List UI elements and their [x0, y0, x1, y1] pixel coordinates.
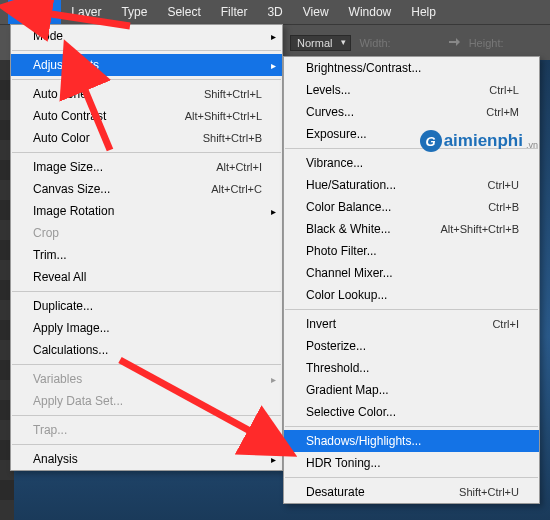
separator — [12, 79, 281, 80]
menu-item-shortcut: Ctrl+L — [489, 84, 519, 96]
menu-item[interactable]: Brightness/Contrast... — [284, 57, 539, 79]
menu-item: Variables — [11, 368, 282, 390]
menu-item-label: Adjustments — [33, 58, 262, 72]
menu-item-shortcut: Shift+Ctrl+L — [204, 88, 262, 100]
menu-item[interactable]: Calculations... — [11, 339, 282, 361]
menu-item: Crop — [11, 222, 282, 244]
menu-type[interactable]: Type — [111, 0, 157, 24]
separator — [285, 477, 538, 478]
menu-item-label: Analysis — [33, 452, 262, 466]
menu-item-label: Invert — [306, 317, 492, 331]
menu-item-shortcut: Shift+Ctrl+U — [459, 486, 519, 498]
menu-item-label: Image Rotation — [33, 204, 262, 218]
menu-image[interactable]: Image — [8, 0, 61, 24]
menu-item[interactable]: Curves...Ctrl+M — [284, 101, 539, 123]
menu-item-label: Levels... — [306, 83, 489, 97]
menu-item-shortcut: Ctrl+U — [488, 179, 519, 191]
menu-item[interactable]: Vibrance... — [284, 152, 539, 174]
menu-item-shortcut: Ctrl+M — [486, 106, 519, 118]
menu-item-label: Canvas Size... — [33, 182, 211, 196]
menu-item[interactable]: Trim... — [11, 244, 282, 266]
menu-item[interactable]: Duplicate... — [11, 295, 282, 317]
menu-item: Apply Data Set... — [11, 390, 282, 412]
menu-help[interactable]: Help — [401, 0, 446, 24]
separator — [285, 309, 538, 310]
menu-item-label: Crop — [33, 226, 262, 240]
image-menu: ModeAdjustmentsAuto ToneShift+Ctrl+LAuto… — [10, 24, 283, 471]
menu-item[interactable]: InvertCtrl+I — [284, 313, 539, 335]
menu-item[interactable]: Gradient Map... — [284, 379, 539, 401]
menu-3d[interactable]: 3D — [257, 0, 292, 24]
watermark-icon: G — [420, 130, 442, 152]
menu-item-shortcut: Alt+Ctrl+I — [216, 161, 262, 173]
menu-item[interactable]: Apply Image... — [11, 317, 282, 339]
menu-item-label: Channel Mixer... — [306, 266, 519, 280]
swap-icon[interactable] — [447, 36, 461, 50]
blend-mode-select[interactable]: Normal — [290, 35, 351, 51]
watermark: G aimienphi .vn — [420, 130, 538, 152]
menu-item-label: Auto Color — [33, 131, 203, 145]
menu-item-label: Brightness/Contrast... — [306, 61, 519, 75]
menu-item-shortcut: Shift+Ctrl+B — [203, 132, 262, 144]
separator — [12, 364, 281, 365]
menu-select[interactable]: Select — [157, 0, 210, 24]
menu-item-label: Vibrance... — [306, 156, 519, 170]
menu-item-label: Gradient Map... — [306, 383, 519, 397]
menu-item-label: Desaturate — [306, 485, 459, 499]
menu-item-label: Color Balance... — [306, 200, 488, 214]
menu-item-shortcut: Alt+Shift+Ctrl+L — [185, 110, 262, 122]
menu-item-label: Auto Contrast — [33, 109, 185, 123]
menu-item[interactable]: Image Rotation — [11, 200, 282, 222]
menu-item-label: Apply Image... — [33, 321, 262, 335]
menu-item-label: Threshold... — [306, 361, 519, 375]
menu-item-label: Apply Data Set... — [33, 394, 262, 408]
menu-item-label: Duplicate... — [33, 299, 262, 313]
menu-item-label: Auto Tone — [33, 87, 204, 101]
menu-view[interactable]: View — [293, 0, 339, 24]
separator — [12, 291, 281, 292]
menu-item[interactable]: Hue/Saturation...Ctrl+U — [284, 174, 539, 196]
menu-item-shortcut: Ctrl+B — [488, 201, 519, 213]
menu-item-label: Photo Filter... — [306, 244, 519, 258]
menu-item[interactable]: DesaturateShift+Ctrl+U — [284, 481, 539, 503]
menu-item-label: Calculations... — [33, 343, 262, 357]
menu-item[interactable]: Color Lookup... — [284, 284, 539, 306]
menu-item[interactable]: Auto ToneShift+Ctrl+L — [11, 83, 282, 105]
menu-item[interactable]: Shadows/Highlights... — [284, 430, 539, 452]
menu-item-label: Trim... — [33, 248, 262, 262]
menu-item[interactable]: HDR Toning... — [284, 452, 539, 474]
menu-item-label: Black & White... — [306, 222, 440, 236]
menu-item[interactable]: Posterize... — [284, 335, 539, 357]
menu-item-label: HDR Toning... — [306, 456, 519, 470]
adjustments-submenu: Brightness/Contrast...Levels...Ctrl+LCur… — [283, 56, 540, 504]
menu-item-label: Hue/Saturation... — [306, 178, 488, 192]
menu-window[interactable]: Window — [339, 0, 402, 24]
menu-item[interactable]: Color Balance...Ctrl+B — [284, 196, 539, 218]
menu-item[interactable]: Reveal All — [11, 266, 282, 288]
menu-item[interactable]: Levels...Ctrl+L — [284, 79, 539, 101]
menu-item[interactable]: Mode — [11, 25, 282, 47]
menu-item-shortcut: Alt+Ctrl+C — [211, 183, 262, 195]
menu-item[interactable]: Threshold... — [284, 357, 539, 379]
menu-item[interactable]: Photo Filter... — [284, 240, 539, 262]
top-menubar: ImageLayerTypeSelectFilter3DViewWindowHe… — [0, 0, 550, 24]
menu-item-label: Trap... — [33, 423, 262, 437]
separator — [12, 444, 281, 445]
menu-item-label: Reveal All — [33, 270, 262, 284]
menu-item[interactable]: Channel Mixer... — [284, 262, 539, 284]
menu-filter[interactable]: Filter — [211, 0, 258, 24]
separator — [12, 50, 281, 51]
menu-item[interactable]: Selective Color... — [284, 401, 539, 423]
menu-item-shortcut: Ctrl+I — [492, 318, 519, 330]
menu-layer[interactable]: Layer — [61, 0, 111, 24]
menu-item[interactable]: Adjustments — [11, 54, 282, 76]
menu-item[interactable]: Black & White...Alt+Shift+Ctrl+B — [284, 218, 539, 240]
menu-item[interactable]: Auto ContrastAlt+Shift+Ctrl+L — [11, 105, 282, 127]
menu-item[interactable]: Auto ColorShift+Ctrl+B — [11, 127, 282, 149]
menu-item[interactable]: Canvas Size...Alt+Ctrl+C — [11, 178, 282, 200]
menu-item: Trap... — [11, 419, 282, 441]
menu-item[interactable]: Analysis — [11, 448, 282, 470]
menu-item-label: Mode — [33, 29, 262, 43]
menu-item[interactable]: Image Size...Alt+Ctrl+I — [11, 156, 282, 178]
menu-item-label: Curves... — [306, 105, 486, 119]
